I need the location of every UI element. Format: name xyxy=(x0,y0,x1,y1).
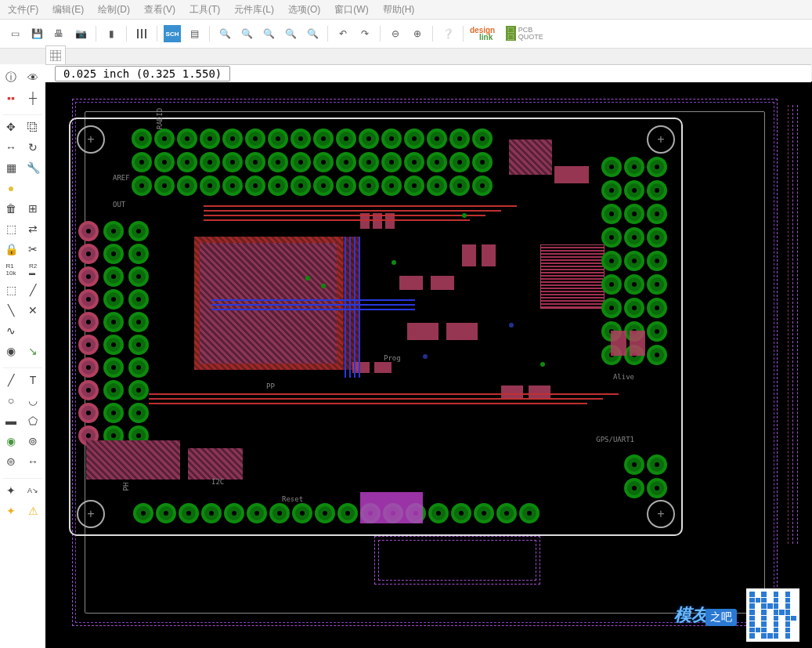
arc-tool[interactable]: ◡ xyxy=(22,390,44,411)
r1-tool[interactable]: R110k xyxy=(0,259,22,280)
add-tool[interactable]: ⊞ xyxy=(22,198,44,219)
open-icon[interactable]: ▭ xyxy=(6,25,23,42)
silk-reset: Reset xyxy=(282,495,303,503)
help-icon[interactable]: ❔ xyxy=(439,25,457,42)
cut-tool[interactable] xyxy=(22,178,44,198)
route-tool[interactable]: ╱ xyxy=(22,280,44,300)
svg-rect-2 xyxy=(145,29,146,38)
ic-tool[interactable]: ⬚ xyxy=(0,280,22,300)
svg-rect-1 xyxy=(141,29,143,38)
usb-connector xyxy=(360,492,423,523)
cross-tool[interactable]: ┼ xyxy=(22,88,44,108)
copy-tool[interactable]: ⿻ xyxy=(22,117,44,137)
ripup-tool[interactable]: ✕ xyxy=(22,300,44,320)
menu-view[interactable]: 查看(V) xyxy=(144,3,175,16)
menu-options[interactable]: 选项(O) xyxy=(288,3,320,16)
designlink-logo[interactable]: designlink xyxy=(470,27,495,41)
r2-tool[interactable]: R2▬ xyxy=(22,259,44,280)
move-tool[interactable]: ✥ xyxy=(0,117,22,137)
header-right xyxy=(601,157,667,177)
layers-icon[interactable]: ▤ xyxy=(186,25,203,42)
mount-hole xyxy=(647,500,675,528)
layer-tool[interactable]: ▪▪ xyxy=(0,88,22,108)
zoom-select-icon[interactable]: 🔍 xyxy=(304,25,321,42)
rect-tool[interactable]: ▬ xyxy=(0,411,22,431)
swap-tool[interactable]: ⇄ xyxy=(22,219,44,239)
select-tool[interactable]: ● xyxy=(0,178,22,198)
menu-draw[interactable]: 绘制(D) xyxy=(98,3,130,16)
poly-tool[interactable]: ╱ xyxy=(0,370,22,390)
zoom-out-icon[interactable]: 🔍 xyxy=(216,25,233,42)
grid-toggle[interactable] xyxy=(45,45,66,66)
save-icon[interactable]: 💾 xyxy=(28,25,45,42)
silk-i2c: I2C xyxy=(211,478,224,486)
smash-tool[interactable]: ✂ xyxy=(22,239,44,259)
bottom-extension xyxy=(374,536,540,585)
menu-help[interactable]: 帮助(H) xyxy=(383,3,415,16)
print-icon[interactable]: 🖶 xyxy=(50,25,67,42)
mirror-tool[interactable]: ↔ xyxy=(0,137,22,157)
wrench-tool[interactable]: 🔧 xyxy=(22,157,44,178)
zoom-window-icon[interactable]: 🔍 xyxy=(282,25,299,42)
menu-tools[interactable]: 工具(T) xyxy=(189,3,220,16)
replace-tool[interactable]: ⬚ xyxy=(0,219,22,239)
main-toolbar: ▭ 💾 🖶 📷 ▮ SCH ▤ 🔍 🔍 🔍 🔍 🔍 ↶ ↷ ⊖ ⊕ ❔ desi… xyxy=(0,20,812,49)
erc-tool[interactable]: ✦ xyxy=(0,501,22,521)
net-tool[interactable]: ↘ xyxy=(22,341,44,361)
silk-radio: RADIO xyxy=(156,108,164,129)
menu-library[interactable]: 元件库(L) xyxy=(234,3,274,16)
circle-tool[interactable]: ○ xyxy=(0,390,22,411)
smd-block-bl xyxy=(86,440,180,480)
mount-hole xyxy=(77,500,105,528)
menu-file[interactable]: 文件(F) xyxy=(8,3,38,16)
svg-rect-0 xyxy=(137,29,139,38)
menu-edit[interactable]: 编辑(E) xyxy=(52,3,84,16)
bars-icon[interactable] xyxy=(133,25,150,42)
board-outline: AREF OUT RADIO Reset I2C PH PP Alive GPS… xyxy=(69,118,683,536)
via-tool[interactable]: ◉ xyxy=(0,431,22,451)
zoom-fit-icon[interactable]: 🔍 xyxy=(260,25,277,42)
redo-icon[interactable]: ↷ xyxy=(356,25,374,42)
polygon-tool[interactable]: ⬠ xyxy=(22,411,44,431)
rats-tool[interactable]: ✦ xyxy=(0,480,22,501)
eye-tool[interactable]: 👁 xyxy=(22,67,44,88)
sch-icon[interactable]: SCH xyxy=(164,25,181,42)
rotate-tool[interactable]: ↻ xyxy=(22,137,44,157)
undo-icon[interactable]: ↶ xyxy=(334,25,352,42)
silk-gps: GPS/UART1 xyxy=(596,436,634,443)
wave-tool[interactable]: ∿ xyxy=(0,320,22,341)
auto-tool[interactable]: A↘ xyxy=(22,480,44,501)
pcbquote-logo[interactable]: ⬚ PCB⬚ QUOTE xyxy=(506,27,543,41)
cam-icon[interactable]: 📷 xyxy=(72,25,89,42)
err-tool[interactable]: ⚠ xyxy=(22,501,44,521)
svg-rect-3 xyxy=(50,50,61,61)
header-bottom xyxy=(133,503,540,523)
line-tool[interactable]: ╲ xyxy=(0,300,22,320)
silk-prog: Prog xyxy=(384,354,401,362)
wire-tool[interactable]: ◉ xyxy=(0,341,22,361)
header-top xyxy=(132,129,493,149)
left-toolbox: ⓘ👁 ▪▪┼ ✥⿻ ↔↻ ▦🔧 ● 🗑⊞ ⬚⇄ 🔒✂ R110kR2▬ ⬚╱ ╲… xyxy=(0,64,46,648)
delete-tool[interactable]: 🗑 xyxy=(0,198,22,219)
menu-window[interactable]: 窗口(W) xyxy=(334,3,368,16)
3d-icon[interactable]: ▮ xyxy=(103,25,120,42)
zoom-in-icon[interactable]: 🔍 xyxy=(238,25,255,42)
header-left-col1 xyxy=(78,221,99,446)
dim-tool[interactable]: ↔ xyxy=(22,451,44,472)
group-tool[interactable]: ▦ xyxy=(0,157,22,178)
silk-pp: PP xyxy=(266,382,275,390)
text-tool[interactable]: T xyxy=(22,370,44,390)
plus-icon[interactable]: ⊕ xyxy=(409,25,426,42)
attr-tool[interactable]: ⊜ xyxy=(0,451,22,472)
ic-qfn xyxy=(540,244,604,309)
watermark: 模友 之吧 xyxy=(674,588,799,642)
pcb-canvas[interactable]: AREF OUT RADIO Reset I2C PH PP Alive GPS… xyxy=(45,81,812,648)
minus-icon[interactable]: ⊖ xyxy=(387,25,404,42)
hole-tool[interactable]: ⊚ xyxy=(22,431,44,451)
mount-hole xyxy=(77,125,105,154)
silk-aref: AREF xyxy=(113,174,130,182)
silk-ph: PH xyxy=(122,483,130,491)
coordinate-display: 0.025 inch (0.325 1.550) xyxy=(55,66,230,81)
lock-tool[interactable]: 🔒 xyxy=(0,239,22,259)
info-tool[interactable]: ⓘ xyxy=(0,67,22,88)
